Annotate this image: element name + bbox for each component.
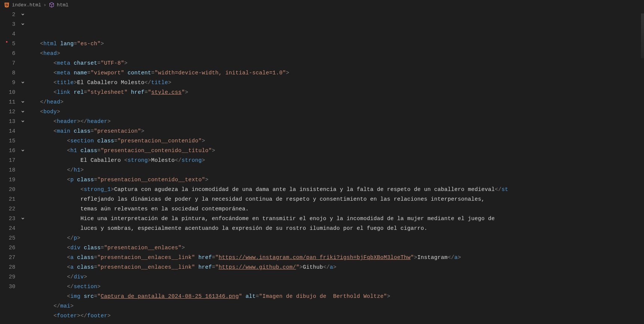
line-number[interactable]: 27 [0,253,15,262]
line-number[interactable]: 20 [0,185,15,194]
line-number[interactable]: 21 [0,194,15,204]
code-line[interactable]: </p> [27,233,640,243]
symbol-icon [49,2,55,8]
line-number[interactable]: 3 [0,19,15,29]
fold-chevron-icon[interactable] [21,119,25,124]
fold-chevron-icon[interactable] [21,80,25,85]
code-line[interactable]: <html lang="es-ch"> [27,39,640,49]
code-line[interactable]: <body> [27,107,640,117]
code-line[interactable]: temas aún relevantes en la sociedad cont… [27,204,640,214]
line-number[interactable]: 29 [0,272,15,282]
line-number[interactable]: 18 [0,165,15,175]
gutter[interactable]: 2345678910111213141516171819202122232425… [0,10,21,324]
fold-chevron-icon[interactable] [21,22,25,27]
fold-chevron-icon[interactable] [21,148,25,153]
code-line[interactable]: <h1 class="presentacion__contenido__titu… [27,146,640,155]
line-number[interactable]: 5 [0,39,15,49]
line-number[interactable]: 2 [0,10,15,19]
code-line[interactable]: <meta name="viewport" content="width=dev… [27,68,640,78]
line-number[interactable]: 25 [0,233,15,243]
line-number[interactable]: 24 [0,223,15,233]
line-number[interactable]: 7 [0,58,15,68]
html-file-icon [4,2,10,8]
fold-chevron-icon[interactable] [21,216,25,221]
minimap[interactable] [640,10,644,324]
code-line[interactable]: <main class="presentacion"> [27,126,640,136]
line-number[interactable]: 28 [0,262,15,272]
fold-chevron-icon[interactable] [21,12,25,17]
line-number[interactable]: 14 [0,126,15,136]
code-line[interactable]: <footer></footer> [27,311,640,321]
line-number[interactable]: 13 [0,117,15,126]
code-line[interactable]: Hice una interpretación de la pintura, e… [27,214,640,223]
code-line[interactable]: <section class="presentacion__contenido"… [27,136,640,146]
fold-chevron-icon[interactable] [21,100,25,104]
line-number[interactable]: 12 [0,107,15,117]
code-line[interactable]: <strong_1>Captura con agudeza la incomod… [27,185,640,194]
code-line[interactable]: <link rel="stylesheet" href="style.css"> [27,87,640,97]
breadcrumb[interactable]: index.html › html [0,0,644,10]
line-number[interactable]: 6 [0,49,15,58]
line-number[interactable]: 10 [0,87,15,97]
line-number[interactable]: 22 [0,204,15,214]
line-number[interactable]: 11 [0,97,15,107]
error-marker-icon [6,41,7,43]
breadcrumb-symbol[interactable]: html [57,2,68,8]
code-line[interactable]: <title>El Caballero Molesto</title> [27,78,640,87]
code-line[interactable]: reflejando las dinámicas de poder y la n… [27,194,640,204]
line-number[interactable]: 26 [0,243,15,253]
fold-column[interactable] [21,10,27,324]
code-line[interactable]: <p class="presentacion__contenido__texto… [27,175,640,185]
breadcrumb-separator-icon: › [43,2,46,8]
code-line[interactable]: El Caballero <strong>Molesto</strong> [27,155,640,165]
code-line[interactable]: </mai> [27,301,640,311]
line-number[interactable]: 4 [0,29,15,39]
code-line[interactable]: </h1> [27,165,640,175]
code-line[interactable]: <img src="Captura de pantalla 2024-08-25… [27,291,640,301]
code-line[interactable]: <a class="presentacion__enlaces__link" h… [27,253,640,262]
code-line[interactable]: <header></header> [27,117,640,126]
line-number[interactable]: 30 [0,282,15,291]
code-line[interactable]: <a class="presentacion__enlaces__link" h… [27,262,640,272]
code-line[interactable]: luces y sombras, especialmente acentuand… [27,223,640,233]
line-number[interactable]: 9 [0,78,15,87]
breadcrumb-file[interactable]: index.html [12,2,41,8]
line-number[interactable]: 16 [0,146,15,155]
code-line[interactable]: </div> [27,272,640,282]
line-number[interactable]: 8 [0,68,15,78]
editor-area: 2345678910111213141516171819202122232425… [0,10,644,324]
code-line[interactable]: <div class="presentacion__enlaces"> [27,243,640,253]
code-line[interactable]: <head> [27,49,640,58]
fold-chevron-icon[interactable] [21,109,25,114]
code-line[interactable]: </section> [27,282,640,291]
minimap-content [641,13,644,58]
code-line[interactable]: </head> [27,97,640,107]
line-number[interactable]: 15 [0,136,15,146]
code-editor[interactable]: <html lang="es-ch"> <head> <meta charset… [27,10,640,324]
line-number[interactable]: 23 [0,214,15,223]
line-number[interactable]: 19 [0,175,15,185]
line-number[interactable]: 17 [0,155,15,165]
code-line[interactable]: <meta charset="UTF-8"> [27,58,640,68]
